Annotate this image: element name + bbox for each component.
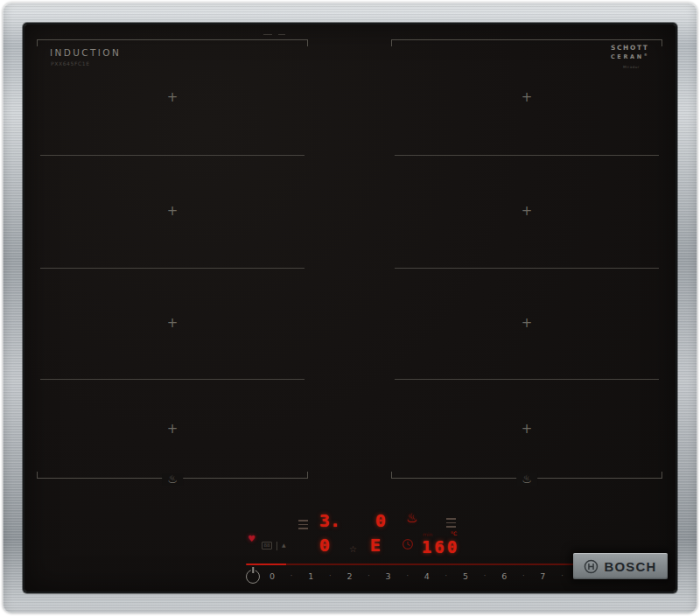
- function-key-row[interactable]: 88 ▲: [262, 542, 286, 550]
- zone-plus-marker: +: [522, 89, 533, 105]
- slider-digit-1[interactable]: 1: [308, 571, 313, 581]
- temperature-display: 160: [422, 538, 459, 556]
- bosch-wordmark: BOSCH: [604, 559, 656, 574]
- fry-sensor-icon[interactable]: ♨: [406, 510, 417, 526]
- slider-digit-3[interactable]: 3: [386, 571, 391, 581]
- flex-zone-left: ♨ + + + +: [37, 39, 308, 479]
- slider-separator: ·: [522, 572, 525, 580]
- bridge-indicator-right: [446, 518, 456, 528]
- flex-zone-right: ♨ + + + +: [391, 39, 662, 479]
- zone-plus-marker: +: [167, 203, 178, 219]
- key-divider: [276, 542, 277, 550]
- slider-separator: ·: [445, 572, 448, 580]
- glass-surface: INDUCTION PXX645FC1E SCHOTT CERAN® Mirad…: [24, 24, 676, 592]
- slider-separator: ·: [368, 572, 370, 580]
- slider-digit-7[interactable]: 7: [540, 571, 545, 581]
- zone-plus-marker: +: [522, 421, 533, 437]
- zone-separator-line: [40, 268, 304, 269]
- key-caption-bar: [263, 34, 272, 35]
- slider-separator: ·: [561, 572, 564, 580]
- bridge-indicator-left: [298, 520, 308, 529]
- celsius-label: °C: [451, 530, 457, 536]
- zone-bracket-top: [37, 39, 308, 46]
- slider-separator: ·: [406, 572, 409, 580]
- zone-separator-line: [395, 268, 659, 269]
- power-level-slider[interactable]: 0 · 1 · 2 · 3 · 4 · 5 · 6 · 7 · 8 · 9: [270, 571, 623, 581]
- zone-separator-line: [40, 379, 304, 380]
- slider-digit-4[interactable]: 4: [424, 571, 430, 581]
- bosch-emblem-icon: [584, 559, 598, 574]
- home-connect-heart-icon: ♥: [248, 534, 256, 543]
- bosch-logo-plate: BOSCH: [573, 553, 668, 579]
- zone-bracket-top: [391, 39, 662, 46]
- zone-plus-marker: +: [167, 421, 178, 437]
- power-display-bottom: 0: [319, 536, 330, 554]
- slider-separator: ·: [290, 572, 293, 580]
- slider-digit-0[interactable]: 0: [270, 571, 275, 581]
- slider-digit-6[interactable]: 6: [501, 571, 507, 581]
- mini-display-key-icon[interactable]: 88: [262, 542, 272, 550]
- minutes-label: min: [423, 531, 432, 537]
- zone-plus-marker: +: [522, 203, 533, 219]
- zone-plus-marker: +: [167, 89, 178, 105]
- zone-plus-marker: +: [167, 315, 178, 331]
- steam-pan-icon: ♨: [162, 473, 183, 486]
- steam-pan-icon: ♨: [516, 473, 537, 486]
- slider-digit-5[interactable]: 5: [463, 571, 468, 581]
- slider-separator: ·: [484, 572, 486, 580]
- slider-separator: ·: [329, 572, 332, 580]
- timer-display: 3.: [319, 512, 340, 529]
- timer-clock-icon[interactable]: [402, 538, 414, 550]
- zone-separator-line: [395, 379, 659, 380]
- steel-frame: INDUCTION PXX645FC1E SCHOTT CERAN® Mirad…: [3, 3, 697, 613]
- zone-plus-marker: +: [522, 315, 533, 331]
- flex-zone-display: E: [370, 536, 381, 554]
- star-icon: ☆: [349, 544, 357, 554]
- zone-separator-line: [40, 155, 304, 156]
- slider-digit-2[interactable]: 2: [346, 571, 352, 581]
- power-button[interactable]: [246, 570, 260, 584]
- key-caption-bar: [278, 34, 285, 35]
- move-function-key-icon[interactable]: ▲: [282, 542, 286, 549]
- zone-separator-line: [395, 155, 659, 156]
- product-photo: INDUCTION PXX645FC1E SCHOTT CERAN® Mirad…: [0, 0, 700, 616]
- power-display-top: 0: [375, 512, 386, 529]
